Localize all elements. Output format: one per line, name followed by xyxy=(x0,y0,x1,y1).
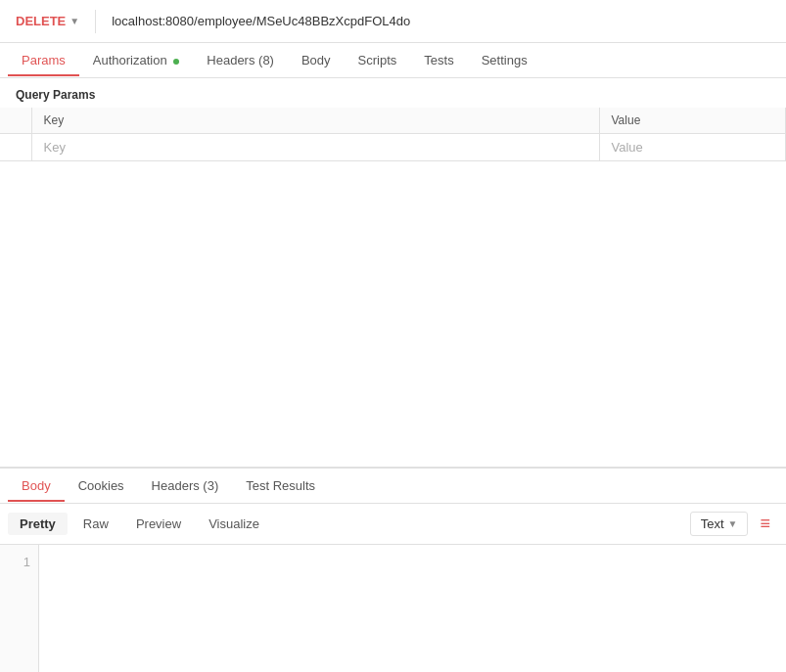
method-chevron: ▼ xyxy=(69,16,79,26)
tab-tests[interactable]: Tests xyxy=(410,45,467,75)
method-label: DELETE xyxy=(16,14,66,28)
subtab-pretty[interactable]: Pretty xyxy=(8,513,68,535)
text-dropdown-chevron: ▼ xyxy=(728,518,738,529)
row-value[interactable]: Value xyxy=(599,134,786,161)
tab-scripts[interactable]: Scripts xyxy=(345,45,411,75)
col-value-header: Value xyxy=(599,108,786,134)
response-tab-cookies[interactable]: Cookies xyxy=(65,470,138,501)
tab-settings[interactable]: Settings xyxy=(468,45,541,75)
response-tabs-row: Body Cookies Headers (3) Test Results xyxy=(0,469,786,504)
col-checkbox-header xyxy=(0,108,31,134)
col-key-header: Key xyxy=(31,108,599,134)
line-numbers: 1 xyxy=(0,545,39,672)
query-params-title: Query Params xyxy=(0,78,786,108)
filter-button[interactable]: ≡ xyxy=(752,510,778,538)
top-bar: DELETE ▼ xyxy=(0,0,786,43)
tab-authorization[interactable]: Authorization xyxy=(79,45,194,75)
response-tab-headers[interactable]: Headers (3) xyxy=(138,470,233,501)
request-tabs-row: Params Authorization Headers (8) Body Sc… xyxy=(0,43,786,78)
text-format-dropdown[interactable]: Text ▼ xyxy=(690,512,749,536)
filter-icon: ≡ xyxy=(760,514,770,533)
response-section: Body Cookies Headers (3) Test Results Pr… xyxy=(0,467,786,672)
subtab-visualize[interactable]: Visualize xyxy=(197,513,271,535)
response-body[interactable] xyxy=(39,545,786,672)
tab-params[interactable]: Params xyxy=(8,45,79,75)
method-url-divider xyxy=(95,10,96,33)
response-tab-test-results[interactable]: Test Results xyxy=(232,470,329,501)
response-tab-body[interactable]: Body xyxy=(8,470,65,501)
url-input[interactable] xyxy=(104,10,778,32)
table-row: Key Value xyxy=(0,134,786,161)
subtab-raw[interactable]: Raw xyxy=(71,513,120,535)
tab-headers[interactable]: Headers (8) xyxy=(193,45,288,75)
tab-body[interactable]: Body xyxy=(288,45,345,75)
authorization-dot xyxy=(173,59,179,65)
params-table: Key Value Key Value xyxy=(0,108,786,161)
line-number-1: 1 xyxy=(0,553,38,572)
method-select[interactable]: DELETE ▼ xyxy=(8,10,87,32)
row-key[interactable]: Key xyxy=(31,134,599,161)
response-content: 1 xyxy=(0,545,786,672)
subtab-preview[interactable]: Preview xyxy=(124,513,193,535)
row-checkbox[interactable] xyxy=(0,134,31,161)
response-subtabs-row: Pretty Raw Preview Visualize Text ▼ ≡ xyxy=(0,504,786,545)
